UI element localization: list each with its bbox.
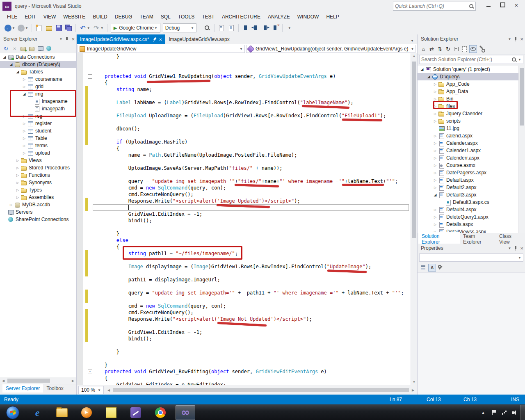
tree-item-reg[interactable]: ▷reg — [0, 112, 76, 120]
tree-item-functions[interactable]: ▷Functions — [0, 171, 76, 179]
search-icon[interactable] — [468, 3, 474, 9]
show-desktop-button[interactable] — [520, 405, 525, 420]
collapsed-arrow-icon[interactable]: ▷ — [15, 188, 21, 192]
tree-item-app-data[interactable]: ▷App_Data — [418, 88, 519, 95]
code-line[interactable]: UploadImage.SaveAs(Server.MapPath("files… — [93, 165, 411, 171]
scroll-right-icon[interactable]: ▶ — [410, 388, 416, 392]
expanded-arrow-icon[interactable]: ◢ — [21, 92, 27, 96]
refresh-icon[interactable]: ↻ — [445, 46, 452, 52]
collapsed-arrow-icon[interactable]: ▷ — [8, 203, 14, 207]
code-line[interactable] — [93, 322, 411, 329]
collapsed-arrow-icon[interactable]: ▷ — [21, 114, 27, 118]
tree-item-default3-aspx-cs[interactable]: Default3.aspx.cs — [418, 199, 519, 206]
expanded-arrow-icon[interactable]: ◢ — [432, 193, 438, 197]
google-chrome-button[interactable] — [151, 406, 170, 420]
tree-item-types[interactable]: ▷Types — [0, 186, 76, 194]
tree-item-files[interactable]: ▷files — [418, 103, 519, 110]
tree-item-bin[interactable]: ▷Bin — [418, 95, 519, 103]
collapsed-arrow-icon[interactable]: ▷ — [432, 97, 438, 101]
properties-icon[interactable] — [478, 46, 485, 52]
server-explorer-hscrollbar[interactable]: ◀ ▶ — [0, 377, 76, 384]
code-line[interactable] — [93, 283, 411, 290]
maximize-button[interactable] — [495, 0, 509, 10]
menu-debug[interactable]: DEBUG — [111, 12, 136, 21]
tree-item-tables[interactable]: ◢Tables — [0, 68, 76, 75]
quick-launch-input[interactable] — [393, 3, 468, 9]
scrollbar-thumb[interactable] — [412, 62, 416, 238]
collapsed-arrow-icon[interactable]: ▷ — [432, 82, 438, 86]
collapsed-arrow-icon[interactable]: ▷ — [432, 223, 438, 226]
tree-item-solution-query-1-project[interactable]: ◢Solution 'query' (1 project) — [418, 66, 519, 73]
undo-button[interactable]: ↶▼ — [78, 23, 91, 32]
code-line[interactable] — [93, 106, 411, 112]
code-line[interactable]: } — [93, 362, 411, 368]
collapsed-arrow-icon[interactable]: ▷ — [432, 164, 438, 167]
code-text[interactable]: } protected void GridView1_RowUpdating(o… — [93, 53, 411, 385]
connect-to-server-icon[interactable] — [37, 45, 44, 52]
tree-item-default4-aspx[interactable]: ▷Default4.aspx — [418, 206, 519, 213]
tree-item-imagename[interactable]: imagename — [0, 98, 76, 105]
connect-to-database-icon[interactable] — [28, 45, 35, 52]
expanded-arrow-icon[interactable]: ◢ — [2, 55, 7, 59]
collapsed-arrow-icon[interactable]: ▷ — [432, 119, 438, 123]
show-hidden-icons-icon[interactable]: ▲ — [480, 410, 486, 415]
alphabetical-icon[interactable]: A — [428, 264, 436, 272]
code-line[interactable] — [93, 60, 411, 66]
tree-item-datepagerss-aspx[interactable]: ▷DatePagerss.aspx — [418, 169, 519, 176]
close-icon[interactable]: × — [159, 37, 162, 43]
tree-item-terms[interactable]: ▷terms — [0, 142, 76, 149]
code-line[interactable] — [93, 296, 411, 303]
menu-file[interactable]: FILE — [3, 12, 21, 21]
code-line[interactable]: Image displayimage = (Image)GridView1.Ro… — [93, 263, 411, 270]
chevron-down-icon[interactable]: ▼ — [508, 37, 511, 41]
windows-explorer-button[interactable] — [52, 406, 71, 420]
code-line[interactable] — [93, 66, 411, 73]
collapsed-arrow-icon[interactable]: ▷ — [432, 178, 438, 182]
scroll-up-icon[interactable]: ▲ — [411, 54, 417, 58]
close-icon[interactable]: × — [520, 36, 523, 42]
navigate-back-button[interactable]: ←▼ — [4, 24, 16, 32]
expanded-arrow-icon[interactable]: ◢ — [8, 62, 14, 66]
tree-item-jquery-claender[interactable]: ▷Jquery Claender — [418, 110, 519, 117]
code-line[interactable] — [93, 270, 411, 276]
collapsed-arrow-icon[interactable]: ▷ — [21, 78, 27, 81]
sharepoint-connection-icon[interactable] — [46, 45, 52, 52]
tree-item-default3-aspx[interactable]: ◢Default3.aspx — [418, 191, 519, 199]
navigate-forward-button[interactable]: →▼ — [17, 24, 29, 32]
code-line[interactable] — [93, 119, 411, 126]
tree-item-mydb-accdb[interactable]: ▷MyDB.accdb — [0, 201, 76, 208]
uncomment-lines-button[interactable] — [227, 23, 236, 32]
editor-hscrollbar[interactable]: ◀ ▶ — [105, 387, 416, 393]
tree-item-assemblies[interactable]: ▷Assemblies — [0, 194, 76, 201]
document-tab-imageupdategridview-aspx-cs[interactable]: ImageUpdateGridView.aspx.cs*× — [77, 34, 165, 44]
collapsed-arrow-icon[interactable]: ▷ — [15, 173, 21, 177]
tree-item-calend-aspx[interactable]: ▷calend.aspx — [418, 132, 519, 139]
search-icon[interactable] — [511, 57, 517, 62]
visual-studio-button[interactable]: ∞ — [176, 405, 195, 420]
design-tool-button[interactable] — [126, 406, 145, 420]
open-file-button[interactable] — [44, 23, 53, 32]
code-line[interactable]: bind1(); — [93, 336, 411, 342]
sync-with-active-document-icon[interactable]: ⇅ — [436, 46, 443, 52]
code-line[interactable] — [93, 355, 411, 362]
redo-button[interactable]: ↷▼ — [92, 23, 105, 32]
code-line[interactable] — [93, 204, 411, 211]
volume-icon[interactable] — [512, 410, 518, 415]
code-line[interactable] — [93, 132, 411, 139]
scroll-right-icon[interactable]: ▶ — [70, 379, 76, 383]
scroll-left-icon[interactable]: ◀ — [105, 388, 112, 392]
tree-item-details-aspx[interactable]: ▷Details.aspx — [418, 221, 519, 228]
tree-item-imagepath[interactable]: imagepath — [0, 105, 76, 112]
type-dropdown[interactable]: ImageUpdateGridView ▼ — [78, 45, 245, 53]
solution-search-box[interactable]: ▼ — [419, 55, 523, 64]
tree-item-default-aspx[interactable]: ▷Default.aspx — [418, 176, 519, 184]
tree-item-data-connections[interactable]: ◢Data Connections — [0, 53, 76, 61]
show-all-files-icon[interactable] — [461, 46, 468, 52]
close-icon[interactable]: × — [520, 245, 523, 251]
find-in-files-button[interactable] — [203, 23, 212, 32]
collapsed-arrow-icon[interactable]: ▷ — [21, 85, 27, 89]
collapsed-arrow-icon[interactable]: ▷ — [15, 196, 21, 199]
pin-icon[interactable] — [65, 37, 69, 41]
collapse-all-icon[interactable] — [453, 46, 460, 52]
save-button[interactable] — [54, 23, 63, 32]
